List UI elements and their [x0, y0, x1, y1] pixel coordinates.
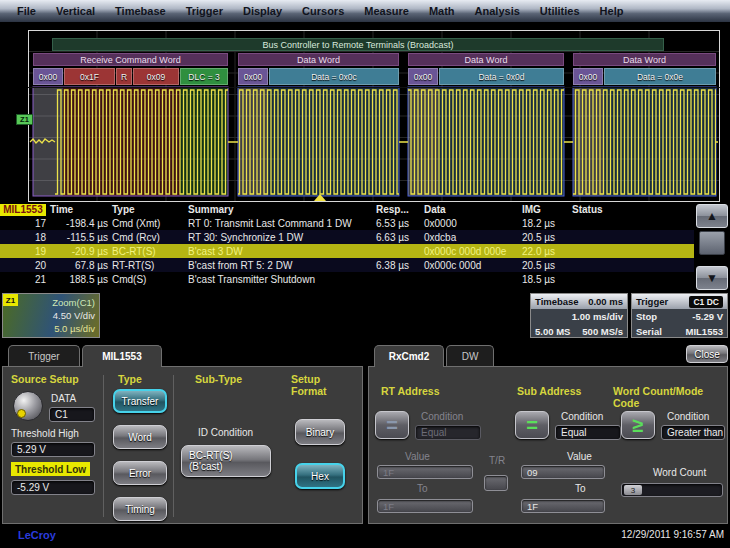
type-transfer-button[interactable]: Transfer — [113, 389, 167, 413]
lecroy-logo: LeCroy — [18, 529, 56, 541]
table-row[interactable]: 17 -198.4 µs Cmd (Xmt) RT 0: Transmit La… — [0, 216, 694, 230]
type-word-button[interactable]: Word — [113, 425, 167, 449]
word-banner-data2: Data Word — [408, 53, 564, 66]
scroll-down-button[interactable]: ▼ — [696, 266, 728, 290]
sub-value-field[interactable]: 09 — [521, 465, 605, 479]
sub-address-heading: Sub Address — [517, 385, 581, 397]
scroll-thumb[interactable] — [699, 231, 725, 255]
menu-vertical[interactable]: Vertical — [47, 3, 104, 19]
rt-equal-icon[interactable]: = — [375, 411, 409, 439]
threshold-low-label: Threshold Low — [11, 462, 90, 476]
rt-address-heading: RT Address — [381, 385, 440, 397]
dw2-data-field: Data = 0x0d — [439, 68, 564, 85]
id-condition-label: ID Condition — [198, 427, 253, 438]
dw1-data-field: Data = 0x0c — [269, 68, 399, 85]
format-hex-button[interactable]: Hex — [295, 463, 345, 489]
source-data-label: DATA — [51, 393, 76, 404]
menu-timebase[interactable]: Timebase — [106, 3, 175, 19]
down-arrow-icon: ▼ — [706, 271, 718, 285]
cmd-rta-field: 0x1F — [64, 68, 115, 85]
trigger-box[interactable]: Trigger C1 DC Stop -5.29 V Serial MIL155… — [631, 293, 728, 338]
clock: 12/29/2011 9:16:57 AM — [621, 529, 724, 540]
word-count-slider[interactable]: 3 — [621, 483, 723, 497]
rt-condition-field[interactable]: Equal — [415, 425, 481, 440]
rt-value-field[interactable]: 1F — [377, 465, 473, 479]
menu-display[interactable]: Display — [234, 3, 291, 19]
type-heading: Type — [118, 373, 142, 385]
table-row[interactable]: 20 67.8 µs RT-RT(S) B'cast from RT 5: 2 … — [0, 258, 694, 272]
rt-condition-label: Condition — [421, 411, 463, 422]
threshold-high-label: Threshold High — [11, 428, 79, 439]
rt-to-field[interactable]: 1F — [377, 499, 473, 513]
word-banner-data1: Data Word — [238, 53, 399, 66]
tab-trigger[interactable]: Trigger — [8, 345, 80, 367]
menu-utilities[interactable]: Utilities — [531, 3, 589, 19]
oscilloscope-screen: File Vertical Timebase Trigger Display C… — [0, 0, 730, 548]
word-banner-command: Receive Command Word — [33, 53, 228, 66]
bus-banner: Bus Controller to Remote Terminals (Broa… — [52, 38, 664, 51]
source-setup-heading: Source Setup — [11, 373, 79, 385]
menu-cursors[interactable]: Cursors — [293, 3, 353, 19]
sub-condition-label: Condition — [561, 411, 603, 422]
sub-to-field[interactable]: 1F — [521, 499, 605, 513]
format-binary-button[interactable]: Binary — [295, 419, 345, 445]
table-row[interactable]: 21 188.5 µs Cmd(S) B'cast Transmitter Sh… — [0, 272, 694, 286]
source-knob-icon[interactable] — [13, 391, 43, 421]
descriptor-tdiv: 5.0 µs/div — [19, 322, 95, 335]
wc-condition-label: Condition — [667, 411, 709, 422]
mil1553-setup-panel: Source Setup DATA C1 Threshold High 5.29… — [2, 366, 363, 524]
trigger-title: Trigger — [636, 296, 668, 307]
cmd-sa-field: 0x09 — [133, 68, 179, 85]
word-count-heading: Word Count/Mode Code — [613, 385, 727, 409]
table-source-badge[interactable]: MIL1553 — [0, 204, 46, 216]
menu-bar: File Vertical Timebase Trigger Display C… — [0, 0, 730, 22]
sub-condition-field[interactable]: Equal — [555, 425, 621, 440]
threshold-high-field[interactable]: 5.29 V — [11, 442, 95, 457]
zoom-descriptor-tab: Z1 — [3, 294, 18, 306]
timebase-samples: 5.00 MS — [535, 326, 570, 337]
zoom-descriptor-box[interactable]: Z1 Zoom(C1) 4.50 V/div 5.0 µs/div — [2, 293, 100, 338]
menu-math[interactable]: Math — [420, 3, 464, 19]
word-count-slider-thumb[interactable]: 3 — [624, 485, 642, 495]
col-data: Data — [424, 204, 522, 215]
wc-condition-field[interactable]: Greater than or E — [661, 425, 725, 440]
tab-rxcmd2[interactable]: RxCmd2 — [374, 345, 444, 367]
tab-mil1553[interactable]: MIL1553 — [82, 345, 162, 367]
table-row-selected[interactable]: 19 -20.9 µs BC-RT(S) B'cast 3 DW 0x000c … — [0, 244, 694, 258]
table-row[interactable]: 18 -115.5 µs Cmd (Rcv) RT 30: Synchroniz… — [0, 230, 694, 244]
cmd-dlc-field: DLC = 3 — [180, 68, 228, 85]
close-button[interactable]: Close — [686, 345, 728, 363]
col-summary: Summary — [188, 204, 376, 215]
source-channel-field[interactable]: C1 — [49, 407, 95, 422]
id-condition-button[interactable]: BC-RT(S) (B'cast) — [181, 445, 271, 477]
cmd-sync-field: 0x00 — [33, 68, 63, 85]
menu-trigger[interactable]: Trigger — [177, 3, 232, 19]
dw1-sync-field: 0x00 — [238, 68, 268, 85]
threshold-low-field[interactable]: -5.29 V — [11, 480, 95, 495]
wc-gte-icon[interactable]: ≥ — [621, 411, 655, 439]
setup-format-heading: Setup Format — [291, 373, 343, 397]
rt-to-label: To — [417, 483, 428, 494]
scroll-up-button[interactable]: ▲ — [696, 204, 728, 228]
rt-value-label: Value — [405, 451, 430, 462]
type-timing-button[interactable]: Timing — [113, 497, 167, 521]
tab-dw[interactable]: DW — [446, 345, 494, 367]
col-status: Status — [572, 204, 632, 215]
up-arrow-icon: ▲ — [706, 209, 718, 223]
word-count-label: Word Count — [653, 467, 706, 478]
descriptor-source: Zoom(C1) — [19, 296, 95, 309]
menu-measure[interactable]: Measure — [355, 3, 418, 19]
zoom-trace-marker[interactable]: Z1 — [16, 114, 33, 125]
trigger-source-badge: C1 DC — [689, 296, 723, 308]
menu-analysis[interactable]: Analysis — [466, 3, 529, 19]
tr-field[interactable] — [484, 475, 508, 491]
type-error-button[interactable]: Error — [113, 461, 167, 485]
trigger-level: -5.29 V — [692, 311, 723, 322]
col-time: Time — [50, 204, 112, 215]
sub-equal-icon[interactable]: = — [515, 411, 549, 439]
col-img: IMG — [522, 204, 572, 215]
timebase-scale: 1.00 ms/div — [572, 311, 623, 322]
timebase-box[interactable]: Timebase 0.00 ms 1.00 ms/div 5.00 MS 500… — [530, 293, 628, 338]
menu-help[interactable]: Help — [591, 3, 633, 19]
menu-file[interactable]: File — [8, 3, 45, 19]
